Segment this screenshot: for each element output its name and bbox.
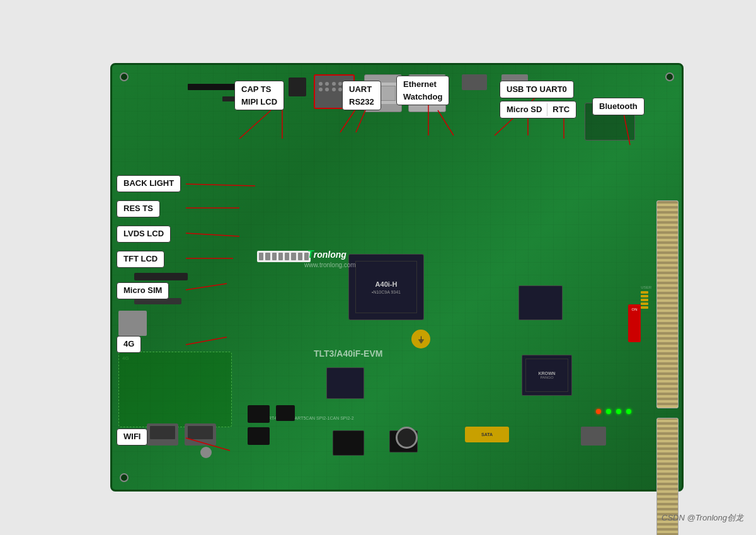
led-3 [616, 409, 621, 414]
wifi-antenna-connector [200, 447, 212, 458]
label-back-light: BACK LIGHT [117, 175, 181, 192]
label-micro-sd: Micro SD RTC [500, 101, 576, 118]
lvds-connector [134, 273, 188, 280]
small-ic-1 [248, 405, 270, 423]
label-bluetooth-text: Bluetooth [599, 100, 638, 113]
sata-connector: SATA [465, 427, 509, 442]
label-bluetooth: Bluetooth [592, 98, 644, 115]
micro-sim-slot [118, 311, 147, 336]
small-ic-3 [276, 405, 295, 421]
watermark: CSDN @Tronlong创龙 [662, 512, 743, 524]
esd-symbol: ⏚ [411, 330, 430, 348]
label-4g: 4G [117, 336, 141, 353]
label-wifi: WIFI [117, 429, 147, 446]
label-usb-uart: USB TO UART0 [507, 83, 567, 96]
label-watchdog: Watchdog [403, 91, 442, 103]
main-container: 4G A40i-H •N10C9A 9341 KROWN PANGO ⏚ ON [0, 0, 756, 535]
usb-bottom-2 [185, 423, 216, 446]
ic-chip-4 [333, 430, 364, 456]
label-micro-sim: Micro SIM [117, 282, 169, 299]
usb-bottom-left [147, 423, 178, 446]
pcb-board: 4G A40i-H •N10C9A 9341 KROWN PANGO ⏚ ON [110, 63, 684, 492]
small-ic-2 [248, 427, 270, 445]
label-uart-rs232: UART RS232 [342, 81, 381, 110]
label-lvds-lcd: LVDS LCD [117, 226, 171, 243]
secondary-chip-1: KROWN PANGO [522, 355, 572, 396]
label-tft-lcd: TFT LCD [117, 251, 164, 268]
audio-rca-connector [396, 427, 418, 449]
backlight-connector [257, 251, 311, 262]
label-cap-ts: CAP TS [241, 83, 277, 96]
ic-chip-3 [518, 285, 563, 320]
label-ethernet-watchdog: Ethernet Watchdog [396, 76, 449, 105]
label-micro-sd-text: Micro SD [507, 103, 542, 116]
led-2 [606, 409, 611, 414]
boot-switch: ON [628, 304, 641, 342]
user-pins: USER [641, 285, 651, 309]
ic-chip-1 [326, 367, 364, 399]
4g-module-area: 4G [118, 352, 232, 427]
board-logo: Tronlong [307, 248, 346, 261]
screw-hole-bl [120, 473, 129, 482]
led-4 [626, 409, 631, 414]
main-chip: A40i-H •N10C9A 9341 [348, 254, 424, 320]
right-connector-top [656, 200, 679, 408]
screw-hole-tr [665, 72, 674, 81]
board-url: www.tronlong.com [304, 262, 356, 268]
board-model: TLT3/A40iF-EVM [314, 348, 382, 359]
screw-hole-tl [120, 72, 129, 81]
led-row [596, 409, 631, 414]
label-mipi-lcd: MIPI LCD [241, 96, 277, 108]
label-rs232: RS232 [349, 96, 374, 108]
uart-connector [289, 78, 306, 96]
label-uart: UART [349, 83, 374, 96]
label-rtc-text: RTC [547, 103, 570, 116]
label-res-ts: RES TS [117, 200, 160, 217]
led-1 [596, 409, 601, 414]
label-cap-ts-mipi: CAP TS MIPI LCD [234, 81, 284, 110]
label-usb-to-uart0: USB TO UART0 [500, 81, 574, 98]
label-ethernet: Ethernet [403, 78, 442, 91]
hdmi-connector [581, 427, 606, 446]
usb-uart-connector [462, 74, 487, 90]
